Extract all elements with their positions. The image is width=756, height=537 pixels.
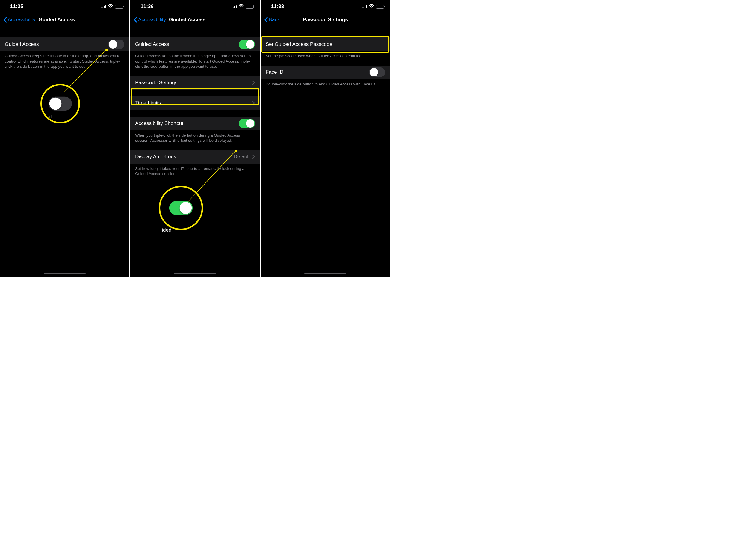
row-label: Guided Access bbox=[5, 41, 39, 47]
page-title: Guided Access bbox=[169, 17, 206, 23]
row-time-limits[interactable]: Time Limits bbox=[130, 96, 259, 110]
battery-icon bbox=[376, 5, 384, 9]
row-label: Set Guided Access Passcode bbox=[266, 41, 332, 47]
nav-bar: Accessibility Guided Access bbox=[0, 13, 129, 26]
row-display-autolock[interactable]: Display Auto-Lock Default bbox=[130, 150, 259, 164]
chevron-right-icon bbox=[252, 101, 255, 105]
row-guided-access[interactable]: Guided Access bbox=[130, 37, 259, 51]
nav-bar: Back Passcode Settings bbox=[261, 13, 390, 26]
row-set-passcode[interactable]: Set Guided Access Passcode bbox=[261, 37, 390, 51]
home-indicator bbox=[304, 273, 346, 274]
footer-display: Set how long it takes your iPhone to aut… bbox=[130, 164, 259, 177]
home-indicator bbox=[44, 273, 86, 274]
footer-guided-access: Guided Access keeps the iPhone in a sing… bbox=[130, 51, 259, 69]
home-indicator bbox=[174, 273, 216, 274]
status-bar: 11:35 bbox=[0, 0, 129, 13]
wifi-icon bbox=[369, 4, 374, 10]
cellular-icon bbox=[362, 5, 367, 8]
row-guided-access[interactable]: Guided Access bbox=[0, 37, 129, 51]
chevron-right-icon bbox=[252, 80, 255, 85]
back-button[interactable]: Accessibility bbox=[133, 17, 167, 23]
status-time: 11:35 bbox=[10, 4, 23, 10]
screen-guided-access-on: 11:36 Accessibility Guided Access Guided… bbox=[130, 0, 259, 277]
zoom-caption: d bbox=[49, 114, 52, 120]
cellular-icon bbox=[232, 5, 237, 8]
guided-access-toggle[interactable] bbox=[108, 40, 124, 49]
row-label: Passcode Settings bbox=[135, 80, 177, 86]
battery-icon bbox=[246, 5, 254, 9]
row-label: Display Auto-Lock bbox=[135, 154, 176, 160]
accessibility-shortcut-toggle[interactable] bbox=[239, 119, 255, 128]
back-button[interactable]: Back bbox=[263, 17, 281, 23]
wifi-icon bbox=[108, 4, 113, 10]
status-icons bbox=[232, 4, 254, 10]
back-label: Accessibility bbox=[8, 17, 36, 23]
chevron-right-icon bbox=[252, 154, 255, 159]
row-value: Default bbox=[234, 154, 250, 160]
battery-icon bbox=[115, 5, 123, 9]
status-bar: 11:36 bbox=[130, 0, 259, 13]
wifi-icon bbox=[239, 4, 244, 10]
back-button[interactable]: Accessibility bbox=[2, 17, 37, 23]
footer-guided-access: Guided Access keeps the iPhone in a sing… bbox=[0, 51, 129, 69]
zoom-caption: ided bbox=[162, 227, 171, 233]
status-time: 11:36 bbox=[140, 4, 153, 10]
back-label: Accessibility bbox=[138, 17, 166, 23]
status-bar: 11:33 bbox=[261, 0, 390, 13]
footer-shortcut: When you triple-click the side button du… bbox=[130, 130, 259, 143]
face-id-toggle[interactable] bbox=[369, 67, 385, 77]
row-face-id[interactable]: Face ID bbox=[261, 65, 390, 79]
footer-face-id: Double-click the side button to end Guid… bbox=[261, 79, 390, 87]
row-label: Accessibility Shortcut bbox=[135, 120, 183, 126]
row-passcode-settings[interactable]: Passcode Settings bbox=[130, 76, 259, 90]
row-label: Face ID bbox=[266, 69, 284, 75]
row-label: Guided Access bbox=[135, 41, 169, 47]
zoom-shortcut-toggle bbox=[169, 201, 193, 215]
back-label: Back bbox=[269, 17, 280, 23]
screen-guided-access-off: 11:35 Accessibility Guided Access Guided… bbox=[0, 0, 129, 277]
row-label: Time Limits bbox=[135, 100, 161, 106]
page-title: Guided Access bbox=[39, 17, 75, 23]
row-accessibility-shortcut[interactable]: Accessibility Shortcut bbox=[130, 117, 259, 130]
guided-access-toggle[interactable] bbox=[239, 40, 255, 49]
footer-set-passcode: Set the passcode used when Guided Access… bbox=[261, 51, 390, 59]
screen-passcode-settings: 11:33 Back Passcode Settings Set Guided … bbox=[261, 0, 390, 277]
nav-bar: Accessibility Guided Access bbox=[130, 13, 259, 26]
status-icons bbox=[362, 4, 384, 10]
zoom-guided-access-toggle bbox=[49, 97, 72, 110]
cellular-icon bbox=[101, 5, 106, 8]
status-icons bbox=[101, 4, 123, 10]
status-time: 11:33 bbox=[271, 4, 284, 10]
